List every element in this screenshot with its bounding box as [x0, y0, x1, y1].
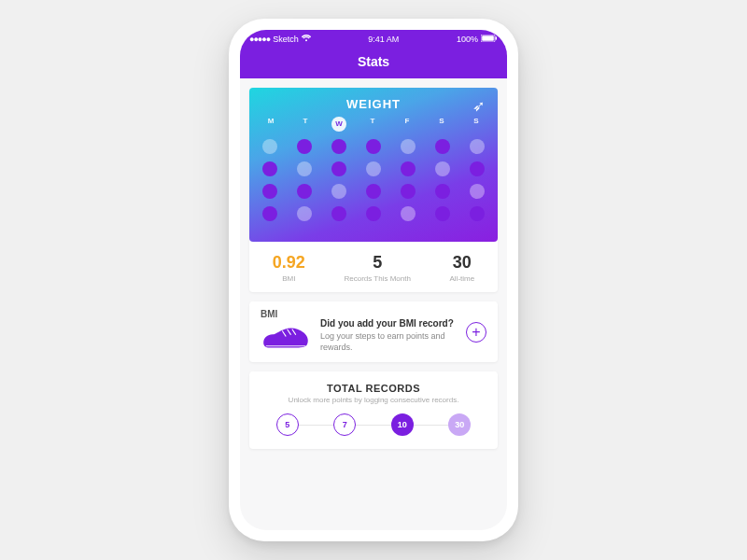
day-label: S	[433, 117, 450, 132]
dot-grid	[262, 139, 485, 221]
activity-dot	[297, 139, 312, 154]
activity-dot	[262, 206, 277, 221]
stat-label: Records This Month	[344, 274, 410, 283]
activity-dot	[297, 184, 312, 199]
day-label: T	[364, 117, 381, 132]
day-labels: M T W T F S S	[262, 117, 485, 132]
activity-dot	[366, 206, 381, 221]
activity-dot	[470, 206, 485, 221]
day-label: S	[468, 117, 485, 132]
activity-dot	[435, 206, 450, 221]
screen: ●●●●● Sketch 9:41 AM 100% Stats WEIGHT ➶	[240, 30, 507, 530]
milestone-badge[interactable]: 10	[391, 413, 414, 436]
activity-dot	[401, 184, 416, 199]
stat-value: 30	[450, 253, 475, 273]
phone-frame: ●●●●● Sketch 9:41 AM 100% Stats WEIGHT ➶	[229, 19, 518, 541]
bmi-title: Did you add your BMI record?	[320, 318, 457, 329]
activity-dot	[401, 139, 416, 154]
activity-dot	[470, 139, 485, 154]
activity-dot	[331, 184, 346, 199]
stat-label: All-time	[450, 274, 475, 283]
status-time: 9:41 AM	[368, 35, 399, 44]
stats-row: 0.92 BMI 5 Records This Month 30 All-tim…	[249, 242, 498, 292]
dot-row	[262, 139, 485, 154]
day-label: T	[297, 117, 314, 132]
weight-title: WEIGHT	[262, 97, 485, 111]
activity-dot	[470, 184, 485, 199]
dot-row	[262, 161, 485, 176]
weight-panel[interactable]: WEIGHT ➶ M T W T F S S	[249, 88, 498, 242]
svg-rect-1	[482, 35, 494, 41]
bmi-tag: BMI	[261, 309, 277, 319]
stat-all-time: 30 All-time	[450, 253, 475, 283]
status-right: 100%	[457, 35, 498, 44]
activity-dot	[366, 161, 381, 176]
activity-dot	[366, 139, 381, 154]
shoe-icon	[261, 323, 311, 351]
expand-arrow-icon[interactable]: ➶	[472, 97, 485, 115]
status-bar: ●●●●● Sketch 9:41 AM 100%	[240, 30, 507, 49]
activity-dot	[401, 206, 416, 221]
content: WEIGHT ➶ M T W T F S S 0.92	[240, 78, 507, 530]
carrier-label: Sketch	[273, 35, 299, 44]
activity-dot	[366, 184, 381, 199]
activity-dot	[401, 161, 416, 176]
activity-dot	[262, 161, 277, 176]
status-left: ●●●●● Sketch	[249, 35, 311, 44]
activity-dot	[331, 206, 346, 221]
activity-dot	[331, 139, 346, 154]
activity-dot	[297, 206, 312, 221]
milestone-badge[interactable]: 7	[333, 413, 356, 436]
bmi-prompt-card: BMI Did you add your BMI record? Log you…	[249, 301, 498, 362]
stat-value: 5	[344, 253, 410, 273]
stat-bmi: 0.92 BMI	[273, 253, 305, 283]
records-subtitle: Unlock more points by logging consecutiv…	[259, 396, 488, 404]
activity-dot	[262, 139, 277, 154]
activity-dot	[262, 184, 277, 199]
day-label: M	[262, 117, 279, 132]
stat-label: BMI	[273, 274, 305, 283]
milestone-badge[interactable]: 5	[276, 413, 299, 436]
records-title: TOTAL RECORDS	[259, 383, 488, 394]
battery-icon	[481, 35, 498, 44]
activity-dot	[435, 161, 450, 176]
activity-dot	[435, 139, 450, 154]
bmi-text: Did you add your BMI record? Log your st…	[320, 318, 457, 353]
stat-value: 0.92	[273, 253, 305, 273]
dot-row	[262, 184, 485, 199]
svg-rect-2	[495, 36, 497, 40]
signal-icon: ●●●●●	[249, 35, 270, 44]
battery-label: 100%	[457, 35, 478, 44]
total-records-card: TOTAL RECORDS Unlock more points by logg…	[249, 371, 498, 449]
wifi-icon	[302, 35, 311, 44]
add-record-button[interactable]: +	[466, 322, 486, 343]
nav-title: Stats	[240, 49, 507, 78]
activity-dot	[435, 184, 450, 199]
day-label-active[interactable]: W	[331, 117, 346, 132]
bmi-subtitle: Log your steps to earn points and reward…	[320, 331, 457, 353]
activity-dot	[331, 161, 346, 176]
day-label: F	[399, 117, 416, 132]
milestone-badge[interactable]: 30	[448, 413, 471, 436]
weight-card: WEIGHT ➶ M T W T F S S 0.92	[249, 88, 498, 292]
dot-row	[262, 206, 485, 221]
milestones-row: 571030	[259, 413, 488, 436]
activity-dot	[297, 161, 312, 176]
stat-records-month: 5 Records This Month	[344, 253, 410, 283]
activity-dot	[470, 161, 485, 176]
